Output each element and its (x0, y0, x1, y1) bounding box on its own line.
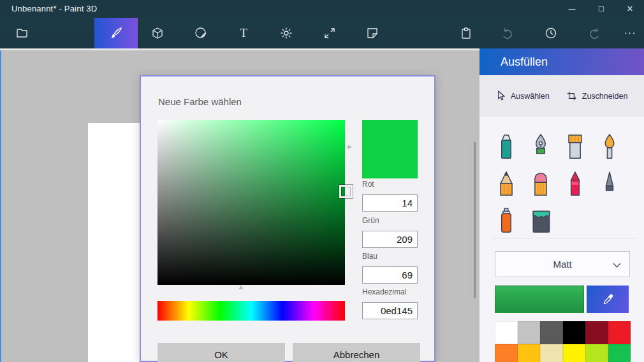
fill-bucket-icon (528, 206, 553, 236)
palette-swatch[interactable] (540, 344, 563, 362)
preview-pointer-icon: ▶ (348, 143, 352, 150)
palette-swatch[interactable] (563, 321, 586, 344)
red-label: Rot (362, 180, 420, 189)
undo-button[interactable] (492, 18, 523, 48)
calligraphy-pen-icon (528, 133, 553, 162)
stickers-button[interactable] (357, 18, 388, 48)
paint3d-window: Unbenannt* - Paint 3D ─ □ × T (0, 0, 644, 362)
palette-swatch[interactable] (518, 344, 541, 362)
crop-icon (566, 90, 577, 101)
crop-label: Zuschneiden (582, 92, 628, 101)
marker-icon (494, 133, 519, 162)
effects-button[interactable] (271, 18, 302, 48)
eyedropper-icon (601, 293, 614, 306)
cube-icon (150, 26, 165, 40)
cursor-icon (496, 90, 506, 102)
pixel-pen-icon (597, 170, 622, 199)
palette-swatch[interactable] (608, 344, 631, 362)
palette-swatch[interactable] (585, 321, 608, 344)
sun-icon (279, 26, 293, 40)
red-input[interactable] (362, 194, 418, 212)
brush-crayon[interactable] (561, 167, 589, 199)
toolbar: T ··· (0, 18, 644, 48)
palette-swatch[interactable] (518, 321, 541, 344)
ok-button[interactable]: OK (157, 343, 285, 362)
paste-button[interactable] (451, 18, 481, 48)
sv-selector-handle[interactable] (339, 185, 353, 198)
pencil-icon (494, 170, 519, 199)
hue-slider[interactable] (157, 301, 345, 321)
brush-spray-can[interactable] (492, 204, 520, 236)
title-bar: Unbenannt* - Paint 3D ─ □ × (0, 0, 644, 18)
palette-swatch[interactable] (495, 321, 518, 344)
canvas-button[interactable] (314, 18, 345, 48)
select-crop-bar: Auswählen Zuschneiden (479, 75, 644, 117)
sidebar-panel: Auswählen Zuschneiden (479, 75, 644, 362)
text-icon: T (240, 26, 247, 40)
brush-icon (109, 26, 123, 40)
blue-label: Blau (362, 252, 420, 261)
hex-label: Hexadezimal (362, 287, 420, 296)
undo-icon (501, 26, 515, 40)
2d-shapes-button[interactable] (186, 18, 216, 48)
crayon-icon (562, 170, 588, 199)
brush-fill-bucket[interactable] (527, 204, 555, 236)
palette-swatch[interactable] (540, 321, 563, 344)
more-button[interactable]: ··· (615, 18, 644, 48)
palette-swatch[interactable] (563, 344, 586, 362)
finish-dropdown[interactable]: Matt (495, 251, 630, 277)
eraser-icon (528, 170, 553, 199)
palette-swatch[interactable] (608, 321, 631, 344)
brush-pencil[interactable] (492, 167, 520, 199)
palette-swatch[interactable] (585, 344, 608, 362)
brush-eraser[interactable] (527, 167, 555, 199)
chevron-down-icon (613, 263, 621, 268)
palette-swatch[interactable] (495, 344, 518, 362)
window-title: Unbenannt* - Paint 3D (11, 4, 97, 13)
sidebar-header: Ausfüllen (479, 48, 644, 75)
spray-can-icon (494, 206, 519, 236)
text-tool-button[interactable]: T (228, 18, 259, 48)
workspace-left-edge (0, 48, 1, 362)
3d-shapes-button[interactable] (142, 18, 173, 48)
maximize-button[interactable]: □ (589, 0, 613, 18)
history-clock-icon (544, 26, 558, 40)
watercolor-icon (597, 133, 622, 162)
close-button[interactable]: × (618, 0, 642, 18)
green-input[interactable] (362, 231, 418, 248)
hex-input[interactable] (362, 302, 418, 319)
green-label: Grün (362, 216, 420, 225)
folder-menu-icon (15, 26, 29, 40)
dialog-title: Neue Farbe wählen (158, 96, 242, 107)
brush-oil[interactable] (561, 130, 589, 162)
shapes-icon (194, 26, 208, 40)
brush-calligraphy-pen[interactable] (527, 130, 555, 162)
eyedropper-button[interactable] (587, 286, 629, 313)
brush-pixel-pen[interactable] (596, 167, 624, 199)
select-label: Auswählen (511, 92, 550, 101)
minimize-button[interactable]: ─ (560, 0, 584, 18)
brush-tool-button[interactable] (94, 18, 138, 48)
menu-button[interactable] (7, 18, 38, 48)
selected-color-preview (362, 120, 418, 178)
redo-icon (587, 26, 601, 40)
crop-button[interactable]: Zuschneiden (566, 90, 628, 101)
current-color-swatch[interactable] (495, 286, 584, 313)
triangle-marker-icon: ▲ (237, 282, 245, 291)
color-picker-dialog: Neue Farbe wählen ▶ ▲ Rot Grün Blau Hexa… (140, 75, 435, 362)
brush-marker[interactable] (492, 130, 520, 162)
history-button[interactable] (536, 18, 566, 48)
brush-grid (492, 130, 633, 241)
select-button[interactable]: Auswählen (496, 90, 550, 102)
saturation-value-field[interactable] (157, 120, 345, 285)
color-palette (495, 321, 631, 362)
sidebar-divider (491, 238, 635, 238)
brush-watercolor[interactable] (596, 130, 624, 162)
oil-brush-icon (562, 133, 588, 162)
vertical-scrollbar[interactable] (474, 142, 476, 298)
redo-button[interactable] (579, 18, 610, 48)
blue-input[interactable] (362, 266, 418, 284)
cancel-button[interactable]: Abbrechen (293, 343, 420, 362)
expand-canvas-icon (323, 26, 337, 40)
sidebar-header-title: Ausfüllen (501, 55, 548, 69)
